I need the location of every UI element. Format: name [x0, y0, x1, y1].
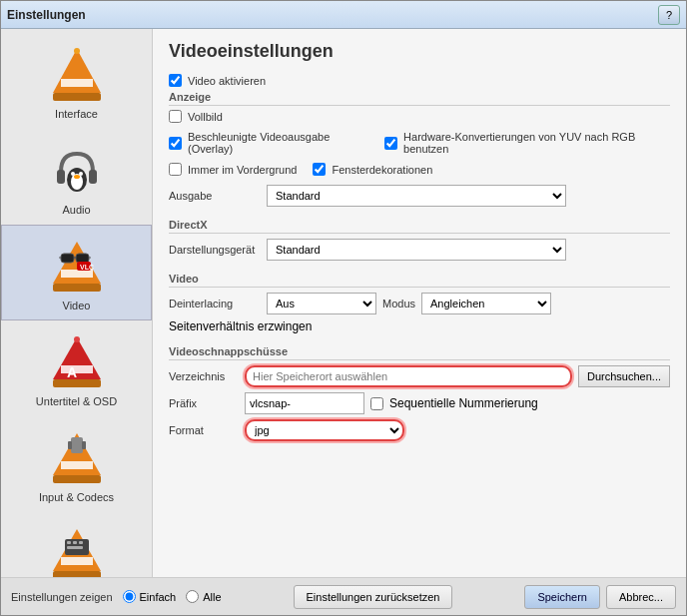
sidebar-item-video[interactable]: VLC Video [1, 225, 152, 320]
sequentielle-checkbox[interactable] [370, 397, 383, 410]
einfach-radio-group: Einfach [123, 590, 177, 603]
audio-icon [45, 138, 109, 202]
svg-rect-0 [53, 93, 101, 101]
svg-text:VLC: VLC [80, 264, 94, 271]
ausgabe-label: Ausgabe [169, 190, 259, 202]
svg-rect-34 [61, 557, 93, 565]
ausgabe-row: Ausgabe Standard [169, 185, 670, 207]
window-title: Einstellungen [7, 8, 86, 22]
svg-rect-11 [53, 284, 101, 292]
verzeichnis-input[interactable] [245, 365, 572, 387]
darstellungsgeraet-select[interactable]: Standard [267, 239, 566, 261]
svg-rect-36 [67, 541, 71, 544]
sidebar-item-subtitle[interactable]: A Untertitel & OSD [1, 320, 152, 416]
sidebar: Interface [1, 29, 153, 577]
svg-text:A: A [67, 364, 77, 380]
svg-rect-30 [68, 441, 72, 449]
speichern-button[interactable]: Speichern [524, 585, 600, 609]
alle-radio[interactable] [186, 590, 199, 603]
deinterlacing-label: Deinterlacing [169, 298, 259, 309]
abbrechen-button[interactable]: Abbrec... [606, 585, 676, 609]
durchsuchen-button[interactable]: Durchsuchen... [578, 365, 670, 387]
fensterdekorationen-checkbox[interactable] [313, 163, 326, 176]
vollbild-checkbox[interactable] [169, 110, 182, 123]
svg-point-9 [79, 172, 83, 176]
sidebar-label-subtitle: Untertitel & OSD [36, 395, 117, 407]
vollbild-label: Vollbild [188, 111, 223, 123]
hardware-checkbox[interactable] [384, 137, 397, 150]
modus-select[interactable]: Angleichen [421, 293, 551, 314]
sidebar-label-video: Video [63, 300, 91, 311]
beschleunigt-row: Beschleunigte Videoausgabe (Overlay) [169, 131, 368, 155]
svg-rect-14 [61, 254, 74, 263]
svg-rect-38 [79, 541, 83, 544]
video-aktivieren-label: Video aktivieren [188, 75, 266, 87]
svg-rect-4 [57, 170, 65, 184]
anzeige-section: Anzeige Vollbild Beschleunigte Videoausg… [169, 91, 670, 207]
sidebar-item-hotkeys[interactable]: Hotkeys [1, 512, 152, 577]
video-aktivieren-checkbox[interactable] [169, 74, 182, 87]
content-area: Interface [1, 29, 686, 577]
praefix-label: Präfix [169, 397, 239, 409]
vollbild-row: Vollbild [169, 110, 670, 123]
svg-rect-26 [53, 475, 101, 483]
immer-vordergrund-checkbox[interactable] [169, 163, 182, 176]
sidebar-item-audio[interactable]: Audio [1, 129, 152, 225]
einfach-radio[interactable] [123, 590, 136, 603]
input-icon [45, 425, 109, 489]
main-window: Einstellungen ? Interface [0, 0, 687, 616]
zuruecksetzen-button[interactable]: Einstellungen zurücksetzen [294, 585, 453, 609]
beschleunigt-label: Beschleunigte Videoausgabe (Overlay) [188, 131, 368, 155]
sidebar-item-interface[interactable]: Interface [1, 33, 152, 129]
video-section: Video Deinterlacing Aus Modus Angleichen [169, 273, 670, 333]
seitenverhaeltnis-label: Seitenverhältnis erzwingen [169, 319, 312, 333]
svg-point-8 [71, 172, 75, 176]
sidebar-label-interface: Interface [55, 108, 98, 120]
video-aktivieren-row: Video aktivieren [169, 74, 670, 87]
deinterlacing-select[interactable]: Aus [267, 293, 376, 314]
beschleunigt-checkbox[interactable] [169, 137, 182, 150]
alle-radio-group: Alle [186, 590, 221, 603]
svg-point-24 [74, 336, 80, 342]
svg-rect-29 [71, 437, 83, 453]
bottom-left: Einstellungen zeigen Einfach Alle [11, 590, 222, 603]
svg-rect-39 [67, 546, 83, 549]
sequentielle-label: Sequentielle Nummerierung [389, 396, 538, 410]
verzeichnis-label: Verzeichnis [169, 370, 239, 382]
einstellungen-zeigen-label: Einstellungen zeigen [11, 591, 113, 603]
svg-rect-2 [61, 79, 93, 87]
darstellungsgeraet-row: Darstellungsgerät Standard [169, 239, 670, 261]
help-button[interactable]: ? [658, 5, 680, 25]
verzeichnis-row: Verzeichnis Durchsuchen... [169, 365, 670, 387]
main-panel: Videoeinstellungen Video aktivieren Anze… [153, 29, 686, 577]
praefix-row: Präfix Sequentielle Nummerierung [169, 392, 670, 414]
praefix-input[interactable] [245, 392, 364, 414]
svg-rect-5 [89, 170, 97, 184]
fensterdekorationen-label: Fensterdekorationen [332, 164, 432, 176]
svg-point-10 [74, 175, 80, 179]
hardware-row: Hardware-Konvertierungen von YUV nach RG… [384, 131, 670, 155]
svg-rect-21 [53, 379, 101, 387]
svg-rect-13 [61, 270, 93, 278]
svg-rect-37 [73, 541, 77, 544]
subtitle-icon: A [45, 329, 109, 393]
svg-point-3 [74, 48, 80, 54]
titlebar: Einstellungen ? [1, 1, 686, 29]
immer-vordergrund-label: Immer im Vordergrund [188, 164, 297, 176]
directx-section: DirectX Darstellungsgerät Standard [169, 219, 670, 261]
format-select[interactable]: jpg png bmp [245, 419, 404, 441]
video-icon: VLC [45, 234, 109, 298]
ausgabe-select[interactable]: Standard [267, 185, 566, 207]
svg-rect-15 [76, 254, 89, 263]
seitenverhaeltnis-row: Seitenverhältnis erzwingen [169, 319, 670, 333]
hotkeys-icon [45, 521, 109, 577]
fensterdekorationen-row: Fensterdekorationen [313, 163, 432, 176]
sidebar-item-input[interactable]: Input & Codecs [1, 416, 152, 512]
sidebar-label-audio: Audio [62, 204, 90, 216]
hardware-label: Hardware-Konvertierungen von YUV nach RG… [403, 131, 670, 155]
format-row: Format jpg png bmp [169, 419, 670, 441]
deinterlacing-row: Deinterlacing Aus Modus Angleichen [169, 293, 670, 314]
directx-label: DirectX [169, 219, 670, 234]
svg-rect-31 [82, 441, 86, 449]
bottom-bar: Einstellungen zeigen Einfach Alle Einste… [1, 577, 686, 615]
